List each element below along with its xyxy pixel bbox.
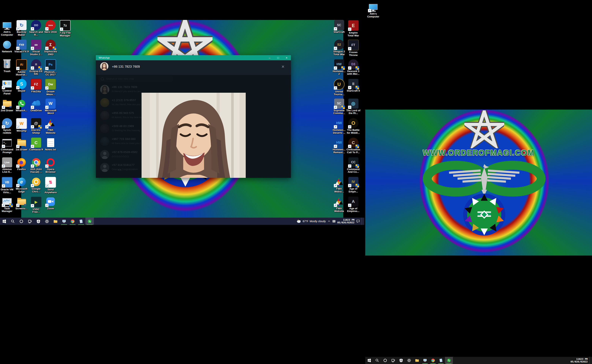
taskbar-icon-cortana[interactable]	[17, 218, 26, 225]
desktop-icon-dream-weav[interactable]: Dw↗Dream Weav...	[43, 79, 58, 96]
desktop-icon-starcraft-ii[interactable]: II↗StarCraft II	[346, 79, 360, 92]
desktop-icon-the-battle-for-middl[interactable]: O↗The Battle for Middl...	[346, 118, 360, 134]
taskbar-icon-notepad[interactable]	[77, 218, 85, 225]
desktop-icon-2nd-drawr[interactable]: W↗2nd Drawr	[0, 99, 14, 112]
fwa-triangle-icon: ↗	[334, 197, 344, 207]
desktop-icon-shogun-2-total-war[interactable]: S2↗Shogun 2 Total War	[332, 40, 346, 56]
desktop-icon-nero-2016[interactable]: nero↗Nero 2016	[43, 20, 58, 33]
taskbar-icon-windows-security[interactable]	[397, 357, 405, 364]
desktop-icon-command-prompt[interactable]: >_↗Command Prompt	[0, 138, 14, 154]
desktop-icon-winamp[interactable]: W↗Winamp	[14, 118, 29, 132]
taskbar-icon-file-explorer[interactable]	[51, 218, 60, 225]
desktop-icon-whatsa[interactable]: ↗WhatsA...	[14, 99, 29, 112]
desktop-icon-visual-studio-2[interactable]: ∞↗Visual Studio 2...	[29, 40, 43, 56]
taskbar-icon-whatsapp[interactable]	[445, 357, 453, 364]
desktop-icon-sophocles-2003[interactable]: Σ↗Sophocles 2003	[43, 40, 58, 56]
taskbar-icon-whatsapp[interactable]	[85, 218, 94, 225]
desktop-icon-firefox[interactable]: ↗Firefox	[14, 157, 29, 171]
desktop-icon-skype[interactable]: S↗Skype	[14, 79, 29, 92]
tray-chevron-icon[interactable]	[327, 220, 331, 223]
close-button[interactable]: ×	[282, 55, 291, 60]
minimize-button[interactable]: –	[265, 55, 274, 60]
desktop-icon-electric-sheep[interactable]: @↗Electric Sheep	[29, 118, 43, 134]
desktop-icon-zoom[interactable]: ↗Zoom	[43, 197, 58, 210]
desktop-icon-frozen-throne[interactable]: FT↗Frozen Throne	[346, 40, 360, 57]
desktop-icon-homewo-remast[interactable]: HW↗Homewo... Remast...	[332, 138, 346, 154]
contact-avatar[interactable]	[100, 62, 108, 70]
desktop-icon-opera-browser[interactable]: ↗Opera Browser	[43, 157, 58, 174]
desktop-icon-camtasia-9[interactable]: C↗Camtasia 9	[29, 138, 43, 151]
taskbar-icon-windows-security[interactable]	[34, 218, 43, 225]
weather-widget[interactable]: 67°F Mostly cloudy	[296, 219, 326, 223]
taskbar-icon-search[interactable]	[373, 357, 381, 364]
desktop-icon-alla-s-computer[interactable]: AllA's Computer	[0, 20, 14, 36]
desktop-icon-civilization-call-to-p[interactable]: C↗Civilization Call To P...	[346, 138, 360, 154]
desktop-icon-notes-txt[interactable]: Notes.txt	[43, 138, 58, 151]
desktop-icon-adobe-illustrat[interactable]: Ai↗Adobe Illustrat...	[14, 59, 29, 76]
desktop-icon-trash[interactable]: ♻Trash	[0, 59, 14, 73]
desktop-icon-microsoft-edge[interactable]: e↗Microsoft Edge	[14, 177, 29, 193]
taskbar-icon-cortana[interactable]	[381, 357, 389, 364]
taskbar-clock[interactable]: 11023 PM 05/026/02022	[337, 218, 354, 224]
taskbar-icon-notepad[interactable]	[437, 357, 445, 364]
maximize-button[interactable]: □	[274, 55, 282, 60]
desktop-icon-homewo-2[interactable]: HW↗Homewo... 2	[332, 59, 346, 75]
taskbar-icon-task-manager[interactable]	[60, 218, 68, 225]
desktop-icon-photosh-cc-2017[interactable]: Ps↗Photosh... CC 2017	[43, 59, 58, 76]
desktop-icon-descent-3-with-mer[interactable]: D3↗Descent 3 with Mer...	[346, 59, 360, 75]
taskbar-icon-chrome[interactable]	[68, 218, 77, 225]
desktop-icon-1st-drawr[interactable]: ●↗1st Drawr	[14, 138, 29, 151]
taskbar-icon-chrome[interactable]	[429, 357, 437, 364]
desktop-icon-vsdc-free[interactable]: ▶↗VSDC Free...	[29, 197, 43, 214]
desktop-icon-filezilla[interactable]: FZ↗FileZilla	[29, 79, 43, 93]
taskbar-icon-settings[interactable]	[405, 357, 413, 364]
desktop-icon-age-of-empir[interactable]: IV↗Age of Empir...	[346, 177, 360, 193]
show-desktop-button[interactable]	[362, 218, 363, 225]
taskbar-icon-search[interactable]	[8, 218, 17, 225]
desktop-icon-ableton-live-9[interactable]: Live↗Ableton Live 9...	[0, 157, 14, 174]
desktop-icon-fwa-websi[interactable]: ↗FWA Websi...	[332, 177, 346, 193]
taskbar-icon-task-view[interactable]	[389, 357, 397, 364]
desktop-icon-fwa-website[interactable]: ↗FWA Website	[332, 197, 346, 213]
taskbar-icon-task-manager[interactable]	[421, 357, 429, 364]
desktop-icon-label: Opera Browser	[43, 168, 58, 174]
desktop-icon-backup-maker[interactable]: ↻↗BackUp Maker	[14, 20, 29, 36]
taskbar-clock[interactable]: 11023 PM 05/026/02022	[571, 358, 588, 363]
desktop-icon-allas-computer-right[interactable]: ↗ AllA's Computer	[366, 2, 380, 18]
desktop-icon-unreal-tourna[interactable]: U↗Unreal Tourna...	[332, 79, 346, 96]
taskbar-icon-start[interactable]	[365, 357, 373, 364]
action-center-icon[interactable]	[356, 220, 360, 223]
desktop-icon-supreme-comma[interactable]: SC↗Supreme Comma...	[332, 99, 346, 115]
show-desktop-button[interactable]	[589, 357, 591, 364]
desktop-icon-starcraft[interactable]: SC↗StarCraft	[332, 20, 346, 33]
desktop-icon-oracle-vm-virtu[interactable]: VB↗Oracle VM Virtu...	[0, 177, 14, 194]
desktop-icon-7-zip-file-manager[interactable]: 7z↗7-Zip File Manager	[58, 20, 72, 37]
desktop-icon-fwa-website[interactable]: ↗FWA Website	[43, 118, 58, 134]
desktop-icon-viacad-fx-9[interactable]: FX9↗Viacad FX 9	[14, 40, 29, 53]
desktop-icon-screens[interactable]: ▦↗Screens...	[14, 197, 29, 210]
desktop-icon-send-anywhere[interactable]: ⇅↗Send Anywhere	[43, 177, 58, 194]
taskbar-icon-task-view[interactable]	[26, 218, 34, 225]
desktop-icon-the-lord-of-the-ri[interactable]: ◎↗The Lord of the Ri...	[346, 99, 360, 115]
photo-viewer-image[interactable]	[141, 93, 246, 178]
desktop-icon-onedrive[interactable]: ↗OneDrive	[29, 99, 43, 112]
touch-keyboard-icon[interactable]	[332, 220, 336, 223]
taskbar-icon-settings[interactable]	[43, 218, 51, 225]
desktop-icon-task-manager[interactable]: ↗Task Manager	[0, 197, 14, 213]
desktop-icon-google-chro[interactable]: ↗Google Chro...	[29, 177, 43, 193]
whatsapp-titlebar[interactable]: WhatsApp – □ ×	[96, 55, 291, 60]
taskbar-icon-start[interactable]	[0, 218, 8, 225]
desktop-icon-network[interactable]: Network	[0, 40, 14, 53]
desktop-icon-control-panel[interactable]: ↗Control Panel	[0, 79, 14, 95]
desktop-icon-search-and-r[interactable]: OO↗Search and R...	[29, 20, 43, 36]
desktop-icon-synch-redible[interactable]: ↻↗Synch redible	[0, 118, 14, 134]
taskbar-icon-file-explorer[interactable]	[413, 357, 421, 364]
desktop-icon-eclipse-ee-ide[interactable]: ≡↗Eclipse EE IDE	[29, 59, 43, 75]
desktop-icon-empire-total-war[interactable]: E↗Empire Total War	[346, 20, 360, 37]
desktop-icon-microsoft-word[interactable]: W↗Microsoft Word	[43, 99, 58, 115]
desktop-icon-age-of-empires[interactable]: A↗Age of Empires...	[346, 197, 360, 213]
media-close-icon[interactable]: ×	[282, 64, 284, 69]
desktop-icon-command-and-co[interactable]: CC↗Command And Co...	[346, 157, 360, 174]
desktop-icon-alla-alla-viacad[interactable]: ↗AllA (AllA Viacad) ...	[29, 157, 43, 174]
desktop-icon-homewo-deserts[interactable]: HW↗Homewo... Deserts ...	[332, 118, 346, 134]
